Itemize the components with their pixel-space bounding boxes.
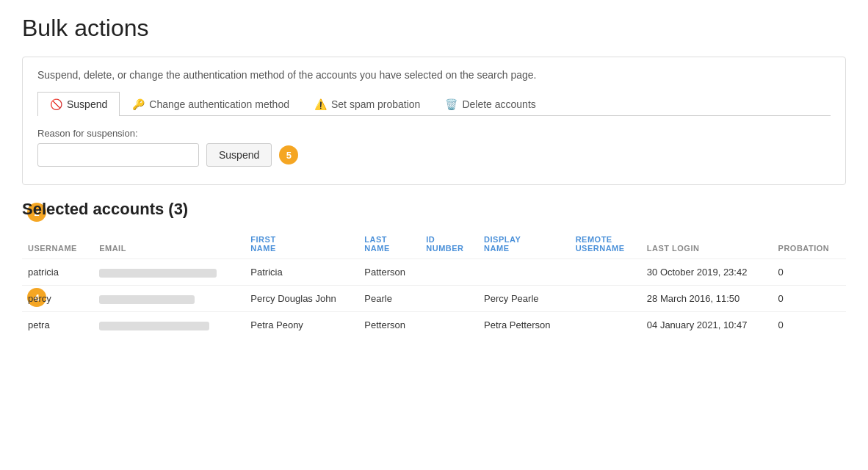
cell-id-number (420, 259, 478, 286)
col-first-name: FIRSTNAME (245, 231, 358, 259)
cell-remote-username (570, 286, 641, 312)
cell-id-number (420, 286, 478, 312)
cell-email (93, 312, 245, 339)
cell-last-login: 04 January 2021, 10:47 (641, 312, 773, 339)
tab-change-auth-label: Change authentication method (149, 98, 289, 110)
cell-probation: 0 (773, 286, 846, 312)
cell-first-name: Petra Peony (245, 312, 358, 339)
tab-suspend[interactable]: 🚫 Suspend (37, 92, 120, 116)
cell-probation: 0 (773, 312, 846, 339)
table-row: patricia Patricia Patterson 30 October 2… (22, 259, 846, 286)
suspend-tab-content: Reason for suspension: Suspend 5 (37, 116, 831, 173)
tabs-wrapper: 2 🚫 Suspend 🔑 Change authentication meth… (37, 91, 831, 173)
suspend-icon: 🚫 (50, 98, 62, 110)
key-icon: 🔑 (132, 98, 145, 110)
cell-first-name: Patricia (245, 259, 358, 286)
col-last-login: LAST LOGIN (641, 231, 773, 259)
email-redacted (99, 295, 195, 304)
selected-accounts-title: Selected accounts (3) (22, 200, 846, 219)
col-last-name: LASTNAME (358, 231, 420, 259)
tab-delete-label: Delete accounts (462, 98, 535, 110)
tab-delete[interactable]: 🗑️ Delete accounts (433, 92, 548, 116)
col-email: EMAIL (93, 231, 245, 259)
cell-email (93, 259, 245, 286)
cell-first-name: Percy Douglas John (245, 286, 358, 312)
suspend-submit-button[interactable]: Suspend (206, 143, 272, 167)
cell-id-number (420, 312, 478, 339)
cell-username: petra (22, 312, 93, 339)
tab-spam[interactable]: ⚠️ Set spam probation (302, 92, 433, 116)
cell-display-name (478, 259, 570, 286)
col-id-number: IDNUMBER (420, 231, 478, 259)
email-redacted (99, 322, 209, 330)
cell-last-name: Petterson (358, 312, 420, 339)
col-remote-username: REMOTEUSERNAME (570, 231, 641, 259)
cell-last-name: Pearle (358, 286, 420, 312)
reason-input[interactable] (37, 143, 199, 167)
col-display-name: DISPLAYNAME (478, 231, 570, 259)
tab-change-auth[interactable]: 🔑 Change authentication method (120, 92, 302, 116)
cell-display-name: Petra Petterson (478, 312, 570, 339)
trash-icon: 🗑️ (445, 98, 457, 110)
table-row: percy Percy Douglas John Pearle Percy Pe… (22, 286, 846, 312)
reason-label: Reason for suspension: (37, 128, 831, 139)
tab-spam-label: Set spam probation (331, 98, 420, 110)
email-redacted (99, 269, 217, 278)
cell-remote-username (570, 312, 641, 339)
tab-suspend-label: Suspend (67, 98, 107, 110)
reason-row: Suspend 5 (37, 143, 831, 167)
cell-last-name: Patterson (358, 259, 420, 286)
cell-remote-username (570, 259, 641, 286)
cell-display-name: Percy Pearle (478, 286, 570, 312)
cell-last-login: 30 October 2019, 23:42 (641, 259, 773, 286)
warning-icon: ⚠️ (314, 98, 327, 110)
selected-accounts-section: 3 Selected accounts (3) USERNAME EMAIL F… (22, 200, 846, 338)
table-body: patricia Patricia Patterson 30 October 2… (22, 259, 846, 339)
page-title: Bulk actions (22, 15, 846, 42)
accounts-table: USERNAME EMAIL FIRSTNAME LASTNAME IDNUMB… (22, 231, 846, 338)
col-probation: PROBATION (773, 231, 846, 259)
cell-probation: 0 (773, 259, 846, 286)
table-header-row: USERNAME EMAIL FIRSTNAME LASTNAME IDNUMB… (22, 231, 846, 259)
tabs-row: 🚫 Suspend 🔑 Change authentication method… (37, 91, 831, 116)
step-badge-5: 5 (279, 145, 298, 164)
cell-email (93, 286, 245, 312)
col-username: USERNAME (22, 231, 93, 259)
main-box: Suspend, delete, or change the authentic… (22, 57, 846, 185)
cell-username: percy (22, 286, 93, 312)
description-text: Suspend, delete, or change the authentic… (37, 69, 831, 81)
cell-last-login: 28 March 2016, 11:50 (641, 286, 773, 312)
table-row: petra Petra Peony Petterson Petra Petter… (22, 312, 846, 339)
cell-username: patricia (22, 259, 93, 286)
